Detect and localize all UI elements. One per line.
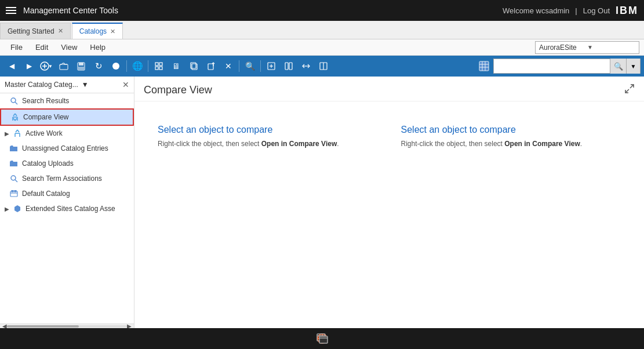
sidebar-dropdown-label: Master Catalog Categ... xyxy=(5,81,78,89)
extended-sites-icon xyxy=(13,204,22,213)
store-select-arrow: ▼ xyxy=(587,44,635,50)
tab-catalogs-close[interactable]: ✕ xyxy=(110,28,115,35)
icon-btn-1[interactable] xyxy=(263,58,279,74)
search-dropdown-btn[interactable]: ▼ xyxy=(626,59,640,74)
cancel-btn[interactable]: ✕ xyxy=(220,58,237,74)
unassigned-catalog-icon xyxy=(9,144,19,153)
zoom-btn[interactable]: 🔍 xyxy=(242,58,258,74)
svg-rect-6 xyxy=(78,67,84,70)
toolbar-left: ◀ ▶ ▼ ↻ 🌐 xyxy=(3,58,332,74)
sidebar-item-extended-sites[interactable]: ▶ Extended Sites Catalog Asse xyxy=(0,201,134,216)
scroll-right-btn[interactable]: ▶ xyxy=(127,323,132,328)
bottom-bar xyxy=(0,328,644,349)
search-term-icon xyxy=(9,174,19,183)
svg-rect-10 xyxy=(159,67,162,70)
icon-btn-4[interactable] xyxy=(315,58,332,74)
tab-getting-started-close[interactable]: ✕ xyxy=(58,27,63,35)
sidebar-item-default-catalog[interactable]: Default Catalog xyxy=(0,186,134,201)
sidebar-item-search-results[interactable]: Search Results xyxy=(0,93,134,108)
svg-rect-46 xyxy=(12,190,13,192)
search-box: 🔍 ▼ xyxy=(493,59,641,74)
icon-btn-2[interactable] xyxy=(281,58,297,74)
sidebar-item-search-term-assoc[interactable]: Search Term Associations xyxy=(0,171,134,186)
svg-line-50 xyxy=(625,89,629,93)
search-input[interactable] xyxy=(494,59,610,73)
store-select[interactable]: AuroraESite ▼ xyxy=(535,41,639,54)
forward-btn[interactable]: ▶ xyxy=(21,58,37,74)
svg-line-38 xyxy=(17,130,19,132)
hamburger-menu[interactable] xyxy=(6,7,16,14)
compare-panel-left-heading: Select an object to compare xyxy=(158,125,378,135)
logout-link[interactable]: Log Out xyxy=(583,6,610,15)
sidebar-header: Master Catalog Categ... ▼ ✕ xyxy=(0,77,134,93)
svg-rect-9 xyxy=(155,67,158,70)
sidebar-item-active-work[interactable]: ▶ Active Work xyxy=(0,126,134,141)
main-content: Master Catalog Categ... ▼ ✕ Search Resul… xyxy=(0,77,644,328)
monitor-btn[interactable]: 🖥 xyxy=(168,58,184,74)
stop-btn[interactable] xyxy=(108,58,124,74)
back-btn[interactable]: ◀ xyxy=(3,58,20,74)
globe-btn[interactable]: 🌐 xyxy=(129,58,145,74)
menu-help[interactable]: Help xyxy=(84,41,111,53)
welcome-text: Welcome wcsadmin xyxy=(503,6,569,15)
svg-rect-13 xyxy=(208,64,213,70)
svg-rect-3 xyxy=(60,64,68,70)
top-bar-right: Welcome wcsadmin | Log Out IBM xyxy=(503,5,638,17)
sidebar-item-compare-view-label: Compare View xyxy=(23,113,68,121)
active-work-arrow: ▶ xyxy=(5,130,9,137)
search-results-icon xyxy=(9,96,19,106)
svg-point-42 xyxy=(11,176,16,180)
svg-line-49 xyxy=(630,85,634,88)
svg-rect-5 xyxy=(79,63,83,66)
sidebar-dropdown[interactable]: Master Catalog Categ... ▼ xyxy=(5,81,122,89)
expand-btn[interactable] xyxy=(624,83,635,96)
menu-file[interactable]: File xyxy=(5,41,28,53)
menu-view[interactable]: View xyxy=(55,41,83,53)
scroll-left-btn[interactable]: ◀ xyxy=(2,323,7,328)
ibm-logo: IBM xyxy=(616,5,638,17)
sidebar-item-unassigned-catalog[interactable]: Unassigned Catalog Entries xyxy=(0,141,134,156)
sidebar-item-search-term-label: Search Term Associations xyxy=(22,174,102,183)
sidebar-items: Search Results Compare View ▶ xyxy=(0,93,134,323)
compare-panel-left: Select an object to compare Right-click … xyxy=(146,125,390,148)
default-catalog-icon xyxy=(9,189,19,198)
toolbar-sep-2 xyxy=(148,60,148,72)
refresh-btn[interactable]: ↻ xyxy=(90,58,107,74)
svg-rect-47 xyxy=(14,190,16,192)
menu-edit[interactable]: Edit xyxy=(30,41,54,53)
window-icon[interactable] xyxy=(315,332,329,346)
store-select-value: AuroraESite xyxy=(539,43,587,52)
compare-panel-right-desc: Right-click the object, then select Open… xyxy=(401,140,621,148)
table-icon[interactable] xyxy=(476,58,492,74)
compare-view-icon xyxy=(10,112,20,122)
tab-getting-started[interactable]: Getting Started ✕ xyxy=(0,23,71,39)
save-btn[interactable] xyxy=(73,58,89,74)
sidebar-item-catalog-uploads-label: Catalog Uploads xyxy=(22,159,74,168)
compare-panels: Select an object to compare Right-click … xyxy=(134,101,644,171)
menu-bar: File Edit View Help AuroraESite ▼ xyxy=(0,39,644,56)
sidebar-item-compare-view[interactable]: Compare View xyxy=(0,108,134,126)
sidebar-item-catalog-uploads[interactable]: Catalog Uploads xyxy=(0,156,134,171)
tab-catalogs[interactable]: Catalogs ✕ xyxy=(72,23,123,39)
open-btn[interactable] xyxy=(56,58,72,74)
top-bar: Management Center Tools Welcome wcsadmin… xyxy=(0,0,644,21)
svg-point-28 xyxy=(11,98,16,103)
sidebar-close-btn[interactable]: ✕ xyxy=(122,80,129,89)
sidebar-item-search-results-label: Search Results xyxy=(22,97,69,105)
catalog-uploads-icon xyxy=(9,159,19,168)
svg-rect-58 xyxy=(319,336,328,343)
icon-btn-3[interactable] xyxy=(298,58,314,74)
extended-sites-arrow: ▶ xyxy=(5,206,9,212)
search-submit-btn[interactable]: 🔍 xyxy=(610,59,626,74)
compare-panel-left-desc: Right-click the object, then select Open… xyxy=(158,140,378,148)
svg-marker-48 xyxy=(14,205,20,212)
copy-btn[interactable] xyxy=(185,58,202,74)
svg-line-36 xyxy=(15,118,17,121)
scroll-track[interactable] xyxy=(7,325,127,328)
sidebar-scrollbar: ◀ ▶ xyxy=(0,323,134,328)
tab-getting-started-label: Getting Started xyxy=(8,27,54,35)
grid-btn[interactable] xyxy=(151,58,167,74)
compare-panel-right-heading: Select an object to compare xyxy=(401,125,621,135)
new-btn[interactable]: ▼ xyxy=(38,58,54,74)
upload-btn[interactable] xyxy=(203,58,219,74)
